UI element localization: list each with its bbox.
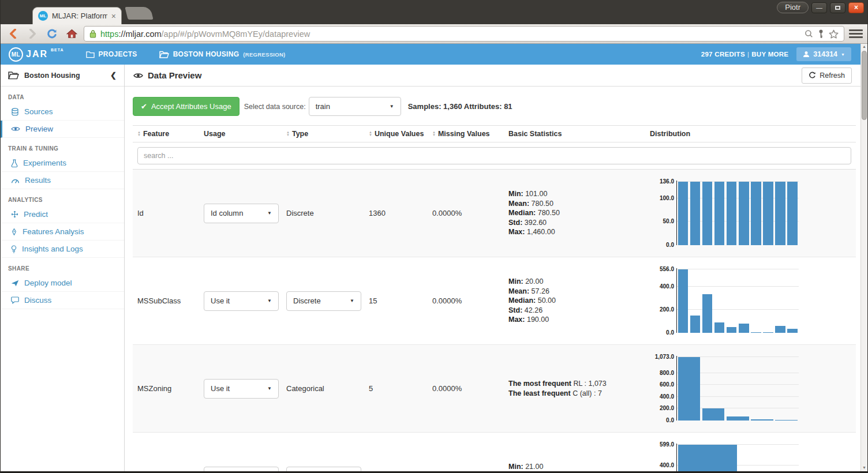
search-input[interactable]	[137, 147, 851, 164]
sidebar-item-preview[interactable]: Preview	[1, 121, 124, 138]
back-button[interactable]	[5, 27, 20, 42]
app-header: ML JAR BETA PROJECTS BOSTON HOUSING (REG…	[1, 44, 867, 65]
type-select[interactable]: Discrete▼	[286, 291, 361, 311]
sidebar-project-header: Boston Housing ❮	[1, 65, 124, 87]
browser-tab[interactable]: ML MLJAR: Platform for ×	[32, 7, 122, 24]
tab-title: MLJAR: Platform for	[52, 12, 107, 20]
chevron-down-icon: ▼	[267, 298, 272, 303]
main-content: Data Preview Refresh ✔ Accept Attributes…	[125, 65, 867, 471]
features-analysis-icon	[11, 228, 17, 236]
column-header-usage[interactable]: Usage	[204, 130, 286, 138]
feature-name: MSZoning	[137, 384, 204, 393]
distribution-chart: 136.0100.050.00.0	[650, 182, 799, 245]
sidebar-section-analytics: ANALYTICS	[1, 189, 124, 206]
chevron-down-icon: ▼	[267, 386, 272, 391]
chevron-down-icon: ▼	[267, 211, 272, 216]
sidebar-item-predict[interactable]: Predict	[1, 206, 124, 223]
type-select[interactable]: Continous▼	[286, 467, 361, 472]
sidebar-item-results[interactable]: Results	[1, 172, 124, 189]
nav-projects[interactable]: PROJECTS	[86, 50, 137, 58]
sidebar-item-features-analysis[interactable]: Features Analysis	[1, 223, 124, 241]
user-menu-button[interactable]: 314314 ▼	[796, 47, 851, 61]
table-header: ▲▼Feature Usage ▲▼Type ▲▼Unique Values ▲…	[133, 126, 856, 142]
reload-button[interactable]	[44, 27, 59, 42]
sidebar-section-data: DATA	[1, 87, 124, 103]
scroll-up-arrow[interactable]: ▲	[861, 44, 867, 48]
chevron-down-icon: ▼	[350, 298, 354, 303]
browser-toolbar: https://mljar.com/app/#/p/pWovmMQ8mYEy/d…	[1, 24, 867, 44]
browser-window: ML MLJAR: Platform for × Piotr — × https…	[0, 0, 868, 473]
refresh-icon	[809, 72, 816, 79]
sidebar-item-discuss[interactable]: Discuss	[1, 292, 124, 309]
usage-select[interactable]: Use it▼	[204, 467, 279, 472]
home-button[interactable]	[64, 27, 79, 42]
table-row-id: Id Id column▼ Discrete 1360 0.0000% Min:…	[133, 170, 856, 257]
close-button[interactable]: ×	[848, 2, 864, 13]
gauge-icon	[11, 177, 20, 184]
sidebar-project-name: Boston Housing	[24, 72, 105, 80]
column-header-feature[interactable]: ▲▼Feature	[137, 130, 204, 138]
column-header-distribution: Distribution	[650, 130, 851, 138]
credits-info[interactable]: 297 CREDITS|BUY MORE	[701, 51, 789, 58]
usage-select[interactable]: Use it▼	[204, 291, 279, 311]
sidebar-section-train: TRAIN & TUNING	[1, 138, 124, 155]
maximize-button[interactable]	[830, 2, 845, 13]
mljar-logo[interactable]: ML JAR BETA	[9, 47, 64, 62]
browser-menu-icon[interactable]	[849, 28, 863, 40]
column-header-missing-values[interactable]: ▲▼Missing Values	[432, 130, 508, 138]
scrollbar-thumb[interactable]	[862, 51, 867, 120]
accept-attributes-button[interactable]: ✔ Accept Attributes Usage	[133, 97, 240, 116]
basic-statistics: The most frequent RL : 1,073 The least f…	[508, 379, 650, 398]
basic-statistics: Min: 101.00 Mean: 780.50 Median: 780.50 …	[508, 189, 650, 237]
feature-name: MSSubClass	[137, 296, 204, 305]
flask-icon	[11, 159, 18, 167]
bookmark-star-icon[interactable]	[829, 29, 839, 39]
tab-close-icon[interactable]: ×	[111, 12, 116, 20]
column-header-unique-values[interactable]: ▲▼Unique Values	[369, 130, 432, 138]
page-scrollbar[interactable]: ▲ ▼	[860, 44, 867, 471]
search-icon[interactable]	[805, 29, 813, 38]
new-tab-button[interactable]	[125, 7, 153, 20]
https-lock-icon	[89, 29, 96, 38]
column-header-basic-statistics: Basic Statistics	[508, 130, 650, 138]
scroll-down-arrow[interactable]: ▼	[861, 466, 867, 470]
usage-select[interactable]: Use it▼	[204, 379, 279, 399]
url-bar[interactable]: https://mljar.com/app/#/p/pWovmMQ8mYEy/d…	[84, 26, 844, 42]
sidebar-item-experiments[interactable]: Experiments	[1, 155, 124, 172]
forward-button[interactable]	[25, 27, 40, 42]
unique-values: 5	[369, 384, 432, 393]
page-title: Data Preview	[133, 70, 201, 80]
minimize-button[interactable]: —	[811, 2, 827, 13]
distribution-chart: 1,073.0800.0600.0400.0200.00.0	[650, 357, 799, 421]
refresh-button[interactable]: Refresh	[802, 67, 852, 84]
chevron-down-icon: ▼	[841, 52, 845, 57]
nav-current-project[interactable]: BOSTON HOUSING (REGRESSION)	[159, 50, 286, 58]
sidebar-item-sources[interactable]: Sources	[1, 103, 124, 121]
sort-icon[interactable]: ▲▼	[286, 131, 290, 137]
table-row-mssubclass: MSSubClass Use it▼ Discrete▼ 15 0.0000% …	[133, 257, 856, 345]
sort-icon[interactable]: ▲▼	[137, 131, 141, 137]
window-titlebar: ML MLJAR: Platform for × Piotr — ×	[1, 0, 867, 24]
mljar-favicon: ML	[38, 11, 48, 21]
usage-select[interactable]: Id column▼	[204, 204, 279, 223]
distribution-chart: 599.0400.0200.00.0	[650, 445, 799, 472]
distribution-chart: 556.0400.0200.00.0	[650, 269, 799, 333]
eye-icon	[11, 126, 20, 132]
data-source-select[interactable]: train ▼	[309, 97, 401, 116]
basic-statistics: Min: 21.00 Mean: 69.95 Median: 69.00	[508, 462, 650, 471]
sidebar-collapse-icon[interactable]: ❮	[110, 71, 117, 80]
sort-icon[interactable]: ▲▼	[369, 131, 372, 137]
sidebar-item-insights-logs[interactable]: Insights and Logs	[1, 241, 124, 258]
check-icon: ✔	[141, 102, 147, 111]
session-indicator-button[interactable]: Piotr	[777, 2, 809, 13]
sort-icon[interactable]: ▲▼	[432, 131, 436, 137]
table-row-lotfrontage: LotFrontage Use it▼ Continous▼ 108 18.01…	[133, 433, 856, 471]
sidebar-section-share: SHARE	[1, 258, 124, 275]
missing-values: 0.0000%	[432, 209, 508, 217]
key-icon[interactable]	[818, 29, 824, 39]
missing-values: 0.0000%	[432, 296, 508, 305]
column-header-type[interactable]: ▲▼Type	[286, 130, 369, 138]
features-table: ▲▼Feature Usage ▲▼Type ▲▼Unique Values ▲…	[133, 125, 856, 471]
folder-open-icon	[8, 71, 19, 80]
sidebar-item-deploy-model[interactable]: Deploy model	[1, 275, 124, 292]
